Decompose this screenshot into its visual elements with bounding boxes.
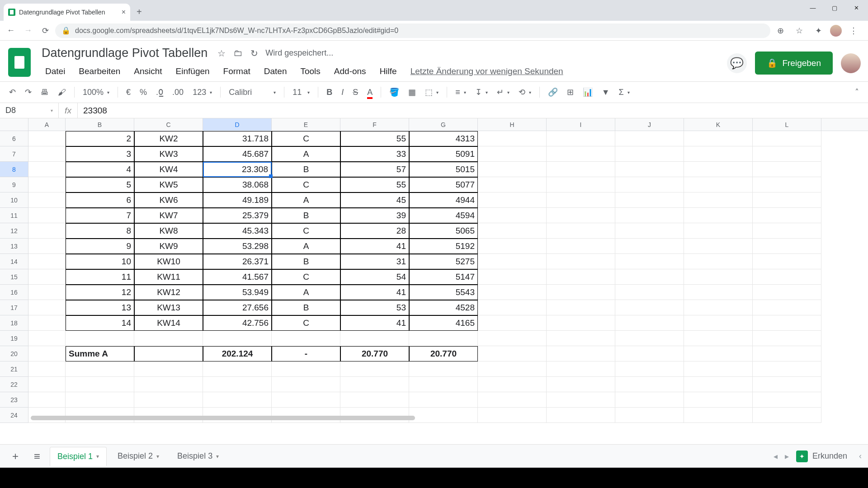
row-header[interactable]: 19 (0, 331, 28, 346)
column-header[interactable]: G (409, 118, 478, 131)
cell[interactable] (615, 239, 684, 254)
cell[interactable] (409, 408, 478, 423)
cell[interactable] (615, 408, 684, 423)
functions-button[interactable]: Σ (615, 85, 633, 100)
row-header[interactable]: 23 (0, 392, 28, 408)
cell[interactable] (66, 331, 134, 346)
cell[interactable]: KW10 (134, 254, 203, 269)
cell[interactable] (615, 162, 684, 177)
cell[interactable]: 8 (66, 223, 134, 239)
window-close-icon[interactable]: ✕ (846, 1, 866, 14)
cell[interactable] (753, 392, 821, 408)
cell[interactable] (134, 408, 203, 423)
bold-button[interactable]: B (323, 85, 336, 100)
cell[interactable]: A (272, 146, 340, 162)
star-icon[interactable]: ☆ (217, 48, 226, 58)
cell[interactable] (547, 162, 615, 177)
cell[interactable] (272, 392, 340, 408)
cell[interactable]: KW11 (134, 269, 203, 285)
cell[interactable]: KW13 (134, 300, 203, 315)
cell[interactable] (66, 392, 134, 408)
cell[interactable]: C (272, 131, 340, 146)
sheet-nav-left-icon[interactable]: ◂ (774, 451, 778, 461)
cell[interactable] (547, 392, 615, 408)
cell[interactable] (753, 131, 821, 146)
cell[interactable] (753, 162, 821, 177)
window-minimize-icon[interactable]: — (803, 1, 823, 14)
cell[interactable]: 53.298 (203, 239, 272, 254)
spreadsheet-grid[interactable]: ABCDEFGHIJKL 62KW231.718C55431373KW345.6… (0, 118, 868, 426)
cell[interactable] (684, 392, 753, 408)
cell[interactable] (478, 361, 547, 377)
cell[interactable] (684, 208, 753, 223)
cell[interactable] (753, 361, 821, 377)
cell[interactable]: B (272, 300, 340, 315)
cell[interactable] (615, 192, 684, 208)
cell[interactable] (203, 361, 272, 377)
cell[interactable] (28, 331, 66, 346)
cell[interactable] (615, 177, 684, 192)
cell[interactable]: 41 (340, 239, 409, 254)
cell[interactable] (684, 223, 753, 239)
cell[interactable]: 4 (66, 162, 134, 177)
cell[interactable] (478, 162, 547, 177)
cell[interactable] (340, 361, 409, 377)
paint-format-button[interactable]: 🖌 (54, 85, 70, 100)
cell[interactable] (615, 392, 684, 408)
cell[interactable] (134, 346, 203, 361)
cell[interactable]: 26.371 (203, 254, 272, 269)
cell[interactable]: 2 (66, 131, 134, 146)
row-header[interactable]: 14 (0, 254, 28, 269)
name-box[interactable]: D8 (0, 103, 59, 118)
cell[interactable]: 54 (340, 269, 409, 285)
cell[interactable] (28, 254, 66, 269)
cell[interactable] (272, 408, 340, 423)
row-header[interactable]: 10 (0, 192, 28, 208)
comments-button[interactable]: 💬 (727, 53, 747, 73)
formula-bar[interactable]: 23308 (78, 106, 868, 116)
browser-tab[interactable]: Datengrundlage Pivot Tabellen × (4, 4, 130, 21)
cell[interactable]: - (272, 346, 340, 361)
cell[interactable] (684, 131, 753, 146)
cell[interactable]: 5543 (409, 285, 478, 300)
share-button[interactable]: 🔒 Freigeben (755, 52, 833, 75)
cell[interactable] (28, 408, 66, 423)
cell[interactable] (340, 331, 409, 346)
cell[interactable]: 25.379 (203, 208, 272, 223)
cell[interactable]: 41 (340, 285, 409, 300)
cell[interactable] (134, 331, 203, 346)
cell[interactable] (615, 377, 684, 392)
cell[interactable]: 5192 (409, 239, 478, 254)
cell[interactable] (547, 285, 615, 300)
cell[interactable] (753, 239, 821, 254)
cell[interactable] (615, 208, 684, 223)
cell[interactable]: 42.756 (203, 315, 272, 331)
cell[interactable] (28, 162, 66, 177)
cell[interactable] (478, 377, 547, 392)
cell[interactable] (684, 331, 753, 346)
cell[interactable]: 20.770 (340, 346, 409, 361)
column-header[interactable]: I (547, 118, 615, 131)
cell[interactable] (478, 192, 547, 208)
cell[interactable] (547, 131, 615, 146)
cell[interactable] (547, 315, 615, 331)
cell[interactable] (547, 208, 615, 223)
cell[interactable] (547, 146, 615, 162)
cell[interactable] (340, 392, 409, 408)
cell[interactable]: 53.949 (203, 285, 272, 300)
tab-close-icon[interactable]: × (122, 8, 126, 16)
cell[interactable]: Summe A (66, 346, 134, 361)
cell[interactable]: 9 (66, 239, 134, 254)
cell[interactable] (547, 269, 615, 285)
zoom-select[interactable]: 100% (79, 85, 113, 100)
row-header[interactable]: 12 (0, 223, 28, 239)
cell[interactable]: 49.189 (203, 192, 272, 208)
cell[interactable] (547, 408, 615, 423)
column-header[interactable]: J (615, 118, 684, 131)
cell[interactable]: 41 (340, 315, 409, 331)
row-header[interactable]: 20 (0, 346, 28, 361)
undo-button[interactable]: ↶ (5, 84, 19, 100)
menu-tools[interactable]: Tools (294, 64, 326, 79)
cell[interactable] (753, 146, 821, 162)
cell[interactable]: 4944 (409, 192, 478, 208)
